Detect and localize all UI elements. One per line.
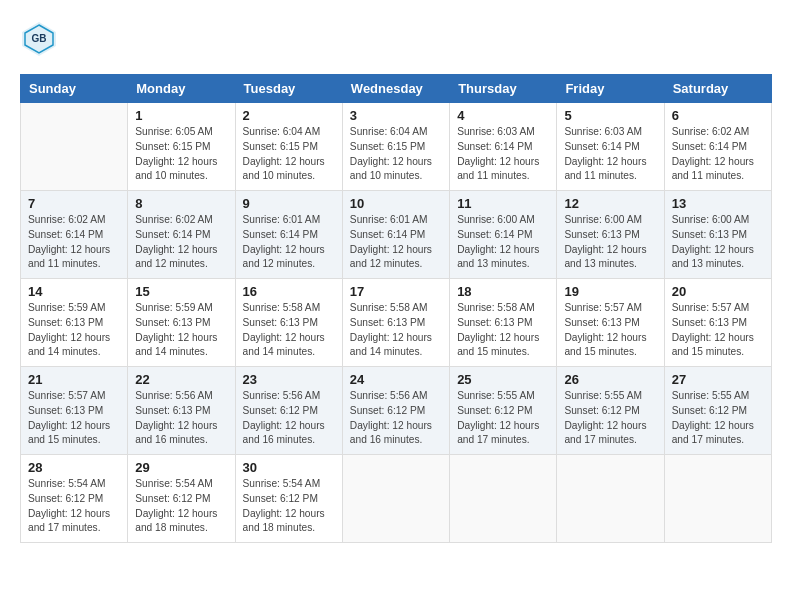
day-info: Sunrise: 5:54 AM Sunset: 6:12 PM Dayligh… xyxy=(135,477,227,536)
day-number: 16 xyxy=(243,284,335,299)
day-info: Sunrise: 5:54 AM Sunset: 6:12 PM Dayligh… xyxy=(243,477,335,536)
calendar-day-header: Monday xyxy=(128,75,235,103)
day-info: Sunrise: 5:55 AM Sunset: 6:12 PM Dayligh… xyxy=(457,389,549,448)
calendar-cell: 28Sunrise: 5:54 AM Sunset: 6:12 PM Dayli… xyxy=(21,455,128,543)
day-info: Sunrise: 5:58 AM Sunset: 6:13 PM Dayligh… xyxy=(350,301,442,360)
day-number: 28 xyxy=(28,460,120,475)
day-info: Sunrise: 6:02 AM Sunset: 6:14 PM Dayligh… xyxy=(28,213,120,272)
calendar-cell: 8Sunrise: 6:02 AM Sunset: 6:14 PM Daylig… xyxy=(128,191,235,279)
day-number: 21 xyxy=(28,372,120,387)
calendar-cell: 12Sunrise: 6:00 AM Sunset: 6:13 PM Dayli… xyxy=(557,191,664,279)
day-number: 22 xyxy=(135,372,227,387)
day-info: Sunrise: 6:01 AM Sunset: 6:14 PM Dayligh… xyxy=(350,213,442,272)
calendar-cell: 23Sunrise: 5:56 AM Sunset: 6:12 PM Dayli… xyxy=(235,367,342,455)
day-info: Sunrise: 6:03 AM Sunset: 6:14 PM Dayligh… xyxy=(457,125,549,184)
day-number: 19 xyxy=(564,284,656,299)
day-info: Sunrise: 5:56 AM Sunset: 6:13 PM Dayligh… xyxy=(135,389,227,448)
day-info: Sunrise: 6:04 AM Sunset: 6:15 PM Dayligh… xyxy=(350,125,442,184)
day-info: Sunrise: 6:05 AM Sunset: 6:15 PM Dayligh… xyxy=(135,125,227,184)
day-info: Sunrise: 6:03 AM Sunset: 6:14 PM Dayligh… xyxy=(564,125,656,184)
day-number: 1 xyxy=(135,108,227,123)
day-info: Sunrise: 6:02 AM Sunset: 6:14 PM Dayligh… xyxy=(672,125,764,184)
calendar-cell: 15Sunrise: 5:59 AM Sunset: 6:13 PM Dayli… xyxy=(128,279,235,367)
calendar-cell: 24Sunrise: 5:56 AM Sunset: 6:12 PM Dayli… xyxy=(342,367,449,455)
calendar-week-row: 14Sunrise: 5:59 AM Sunset: 6:13 PM Dayli… xyxy=(21,279,772,367)
day-number: 12 xyxy=(564,196,656,211)
calendar-week-row: 21Sunrise: 5:57 AM Sunset: 6:13 PM Dayli… xyxy=(21,367,772,455)
calendar-day-header: Wednesday xyxy=(342,75,449,103)
day-number: 23 xyxy=(243,372,335,387)
day-number: 30 xyxy=(243,460,335,475)
day-number: 14 xyxy=(28,284,120,299)
calendar-week-row: 1Sunrise: 6:05 AM Sunset: 6:15 PM Daylig… xyxy=(21,103,772,191)
calendar-cell xyxy=(450,455,557,543)
day-info: Sunrise: 6:00 AM Sunset: 6:13 PM Dayligh… xyxy=(564,213,656,272)
calendar-cell: 4Sunrise: 6:03 AM Sunset: 6:14 PM Daylig… xyxy=(450,103,557,191)
day-info: Sunrise: 5:55 AM Sunset: 6:12 PM Dayligh… xyxy=(564,389,656,448)
day-number: 3 xyxy=(350,108,442,123)
day-info: Sunrise: 5:56 AM Sunset: 6:12 PM Dayligh… xyxy=(243,389,335,448)
calendar-day-header: Thursday xyxy=(450,75,557,103)
svg-text:GB: GB xyxy=(32,33,47,44)
calendar-cell: 22Sunrise: 5:56 AM Sunset: 6:13 PM Dayli… xyxy=(128,367,235,455)
day-info: Sunrise: 5:54 AM Sunset: 6:12 PM Dayligh… xyxy=(28,477,120,536)
calendar-cell: 19Sunrise: 5:57 AM Sunset: 6:13 PM Dayli… xyxy=(557,279,664,367)
calendar-day-header: Saturday xyxy=(664,75,771,103)
day-info: Sunrise: 6:00 AM Sunset: 6:14 PM Dayligh… xyxy=(457,213,549,272)
calendar-cell: 17Sunrise: 5:58 AM Sunset: 6:13 PM Dayli… xyxy=(342,279,449,367)
calendar-cell: 1Sunrise: 6:05 AM Sunset: 6:15 PM Daylig… xyxy=(128,103,235,191)
day-info: Sunrise: 6:00 AM Sunset: 6:13 PM Dayligh… xyxy=(672,213,764,272)
day-number: 8 xyxy=(135,196,227,211)
calendar-cell xyxy=(664,455,771,543)
day-number: 13 xyxy=(672,196,764,211)
day-info: Sunrise: 5:56 AM Sunset: 6:12 PM Dayligh… xyxy=(350,389,442,448)
day-number: 6 xyxy=(672,108,764,123)
calendar-cell: 27Sunrise: 5:55 AM Sunset: 6:12 PM Dayli… xyxy=(664,367,771,455)
calendar-cell: 10Sunrise: 6:01 AM Sunset: 6:14 PM Dayli… xyxy=(342,191,449,279)
day-number: 4 xyxy=(457,108,549,123)
calendar-cell: 26Sunrise: 5:55 AM Sunset: 6:12 PM Dayli… xyxy=(557,367,664,455)
logo: GB xyxy=(20,20,64,58)
calendar-cell: 20Sunrise: 5:57 AM Sunset: 6:13 PM Dayli… xyxy=(664,279,771,367)
day-info: Sunrise: 5:57 AM Sunset: 6:13 PM Dayligh… xyxy=(28,389,120,448)
calendar-cell: 16Sunrise: 5:58 AM Sunset: 6:13 PM Dayli… xyxy=(235,279,342,367)
calendar-cell: 29Sunrise: 5:54 AM Sunset: 6:12 PM Dayli… xyxy=(128,455,235,543)
calendar-day-header: Sunday xyxy=(21,75,128,103)
calendar-week-row: 7Sunrise: 6:02 AM Sunset: 6:14 PM Daylig… xyxy=(21,191,772,279)
day-number: 7 xyxy=(28,196,120,211)
calendar-cell: 18Sunrise: 5:58 AM Sunset: 6:13 PM Dayli… xyxy=(450,279,557,367)
day-info: Sunrise: 6:02 AM Sunset: 6:14 PM Dayligh… xyxy=(135,213,227,272)
calendar-week-row: 28Sunrise: 5:54 AM Sunset: 6:12 PM Dayli… xyxy=(21,455,772,543)
day-info: Sunrise: 5:55 AM Sunset: 6:12 PM Dayligh… xyxy=(672,389,764,448)
calendar-cell xyxy=(557,455,664,543)
day-number: 11 xyxy=(457,196,549,211)
day-info: Sunrise: 6:01 AM Sunset: 6:14 PM Dayligh… xyxy=(243,213,335,272)
calendar-cell: 21Sunrise: 5:57 AM Sunset: 6:13 PM Dayli… xyxy=(21,367,128,455)
day-number: 9 xyxy=(243,196,335,211)
calendar-cell xyxy=(342,455,449,543)
calendar-cell: 25Sunrise: 5:55 AM Sunset: 6:12 PM Dayli… xyxy=(450,367,557,455)
day-number: 10 xyxy=(350,196,442,211)
day-number: 20 xyxy=(672,284,764,299)
calendar-day-header: Tuesday xyxy=(235,75,342,103)
day-info: Sunrise: 5:58 AM Sunset: 6:13 PM Dayligh… xyxy=(457,301,549,360)
calendar-cell: 13Sunrise: 6:00 AM Sunset: 6:13 PM Dayli… xyxy=(664,191,771,279)
calendar-cell: 3Sunrise: 6:04 AM Sunset: 6:15 PM Daylig… xyxy=(342,103,449,191)
logo-icon: GB xyxy=(20,20,58,58)
day-info: Sunrise: 5:57 AM Sunset: 6:13 PM Dayligh… xyxy=(564,301,656,360)
day-number: 29 xyxy=(135,460,227,475)
calendar-cell: 7Sunrise: 6:02 AM Sunset: 6:14 PM Daylig… xyxy=(21,191,128,279)
day-number: 18 xyxy=(457,284,549,299)
day-number: 2 xyxy=(243,108,335,123)
day-number: 15 xyxy=(135,284,227,299)
calendar-cell: 14Sunrise: 5:59 AM Sunset: 6:13 PM Dayli… xyxy=(21,279,128,367)
day-info: Sunrise: 5:59 AM Sunset: 6:13 PM Dayligh… xyxy=(135,301,227,360)
calendar-cell: 30Sunrise: 5:54 AM Sunset: 6:12 PM Dayli… xyxy=(235,455,342,543)
day-info: Sunrise: 6:04 AM Sunset: 6:15 PM Dayligh… xyxy=(243,125,335,184)
calendar-cell: 11Sunrise: 6:00 AM Sunset: 6:14 PM Dayli… xyxy=(450,191,557,279)
calendar-cell: 5Sunrise: 6:03 AM Sunset: 6:14 PM Daylig… xyxy=(557,103,664,191)
day-number: 24 xyxy=(350,372,442,387)
calendar-cell: 9Sunrise: 6:01 AM Sunset: 6:14 PM Daylig… xyxy=(235,191,342,279)
calendar-day-header: Friday xyxy=(557,75,664,103)
day-number: 27 xyxy=(672,372,764,387)
